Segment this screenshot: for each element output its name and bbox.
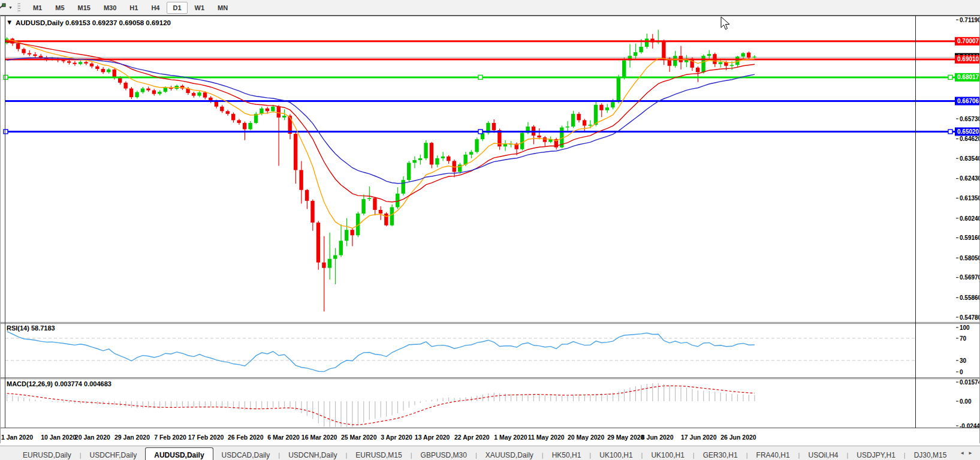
candle-body xyxy=(617,77,620,102)
candle-body xyxy=(299,170,303,190)
line-drag-handle[interactable] xyxy=(4,75,8,79)
candle-body xyxy=(611,102,614,107)
candle-body xyxy=(707,54,711,56)
candle-body xyxy=(322,263,325,268)
candle-body xyxy=(390,207,394,225)
candle-body xyxy=(328,259,331,268)
price-tick-label: 0.59160 xyxy=(960,234,980,241)
candle-body xyxy=(237,120,240,123)
chart-tab-xauusd-daily[interactable]: XAUUSD,Daily xyxy=(477,449,542,460)
line-drag-handle[interactable] xyxy=(478,130,483,134)
price-tick-label: 0.65730 xyxy=(960,116,980,122)
candle-body xyxy=(243,123,246,130)
timeframe-button-d1[interactable]: D1 xyxy=(167,2,187,14)
timeframe-button-m15[interactable]: M15 xyxy=(72,2,97,14)
date-tick-label: 26 Feb 2020 xyxy=(228,434,264,441)
chart-tab-bar: EURUSD,Daily|USDCHF,DailyAUDUSD,DailyUSD… xyxy=(0,446,980,460)
chart-menu-caret-icon[interactable]: ▼ xyxy=(6,19,13,26)
chart-tab-usdchf-daily[interactable]: USDCHF,Daily xyxy=(82,449,146,460)
line-drag-handle[interactable] xyxy=(948,75,952,79)
macd-tick-label: 0.00 xyxy=(960,398,972,405)
candle-body xyxy=(90,64,94,67)
candle-body xyxy=(266,109,269,112)
timeframe-button-h4[interactable]: H4 xyxy=(145,2,165,14)
cursor-tool-icon[interactable] xyxy=(0,2,7,13)
tab-scroll-arrows[interactable]: ◄► xyxy=(960,450,976,456)
candle-body xyxy=(16,44,20,49)
candle-body xyxy=(577,114,580,121)
candle-body xyxy=(571,114,575,127)
price-tick-label: 0.60240 xyxy=(960,215,980,222)
chart-tab-audusd-daily[interactable]: AUDUSD,Daily xyxy=(145,447,213,460)
candle-body xyxy=(22,49,25,53)
candle-body xyxy=(373,198,376,210)
timeframe-button-m30[interactable]: M30 xyxy=(98,2,122,14)
date-tick-label: 29 Jan 2020 xyxy=(114,434,150,441)
candle-body xyxy=(146,89,150,91)
candle-body xyxy=(73,63,76,64)
candle-body xyxy=(152,91,156,94)
candle-body xyxy=(135,92,138,97)
date-tick-label: 26 Jun 2020 xyxy=(720,434,756,441)
candle-body xyxy=(158,92,161,94)
candle-body xyxy=(566,127,569,128)
candle-body xyxy=(282,116,286,118)
chart-tab-usdcnh-daily[interactable]: USDCNH,Daily xyxy=(280,449,345,460)
candle-body xyxy=(543,137,547,142)
candle-body xyxy=(673,56,677,66)
timeframe-button-m1[interactable]: M1 xyxy=(27,2,48,14)
line-drag-handle[interactable] xyxy=(478,75,483,79)
candle-body xyxy=(226,111,230,114)
candle-body xyxy=(203,92,207,97)
candle-body xyxy=(583,120,586,125)
chart-tab-usdjpy-h1[interactable]: USDJPY,H1 xyxy=(848,449,903,460)
candle-body xyxy=(345,230,348,240)
timeframe-button-mn[interactable]: MN xyxy=(212,2,234,14)
line-drag-handle[interactable] xyxy=(948,130,952,134)
timeframe-button-h1[interactable]: H1 xyxy=(123,2,144,14)
chart-tab-uk100-h1[interactable]: UK100,H1 xyxy=(591,449,641,460)
chart-tab-ger30-h1[interactable]: GER30,H1 xyxy=(695,449,746,460)
chart-tab-gbpusd-m30[interactable]: GBPUSD,M30 xyxy=(412,449,475,460)
candle-body xyxy=(747,53,750,58)
chart-tab-eurusd-m15[interactable]: EURUSD,M15 xyxy=(347,449,410,460)
chart-tab-eurusd-daily[interactable]: EURUSD,Daily xyxy=(14,449,80,460)
chart-tab-uk100-h1[interactable]: UK100,H1 xyxy=(643,449,692,460)
date-tick-label: 17 Jun 2020 xyxy=(681,434,717,441)
candle-body xyxy=(271,107,275,112)
candle-body xyxy=(645,38,649,47)
chart-title: AUDUSD,Daily 0.69153 0.69237 0.69058 0.6… xyxy=(16,19,171,26)
candle-body xyxy=(197,92,201,95)
timeframe-button-w1[interactable]: W1 xyxy=(189,2,211,14)
candle-body xyxy=(662,41,665,59)
date-tick-label: 3 Apr 2020 xyxy=(381,434,412,441)
rsi-tick-label: 30 xyxy=(960,357,967,364)
date-tick-label: 7 Feb 2020 xyxy=(154,434,186,441)
timeframe-button-m5[interactable]: M5 xyxy=(49,2,70,14)
date-tick-label: 20 Jan 2020 xyxy=(75,434,110,441)
chart-tab-hk50-h1[interactable]: HK50,H1 xyxy=(544,449,590,460)
chart-tab-dj30-m15[interactable]: DJ30,M15 xyxy=(906,449,955,460)
price-tick-label: 0.61350 xyxy=(960,195,980,202)
toolbar-drag-grip[interactable] xyxy=(17,3,20,13)
tool-dropdown-caret-icon[interactable]: ▼ xyxy=(8,5,13,10)
candle-body xyxy=(588,125,592,126)
candle-body xyxy=(113,70,116,78)
chart-tab-fra40-h1[interactable]: FRA40,H1 xyxy=(748,449,798,460)
tab-scroll-left-icon: ◄ xyxy=(960,450,968,456)
candle-body xyxy=(231,114,235,121)
rsi-indicator-label: RSI(14) 58.7183 xyxy=(7,324,55,332)
chart-tab-usoil-h4[interactable]: USOil,H4 xyxy=(800,449,846,460)
chart-tab-usdcad-daily[interactable]: USDCAD,Daily xyxy=(213,449,279,460)
date-tick-label: 1 Jan 2020 xyxy=(1,434,33,441)
candle-body xyxy=(724,62,728,66)
date-tick-label: 8 Jun 2020 xyxy=(641,434,674,441)
candle-body xyxy=(424,143,427,158)
candle-body xyxy=(701,56,705,72)
line-drag-handle[interactable] xyxy=(4,130,8,134)
candle-body xyxy=(118,77,122,82)
chart-background xyxy=(0,16,980,443)
candle-body xyxy=(361,199,365,214)
chart-area[interactable]: 0.691200.700070.690100.680170.667060.650… xyxy=(0,16,980,443)
price-tick-label: 0.54780 xyxy=(960,314,980,321)
